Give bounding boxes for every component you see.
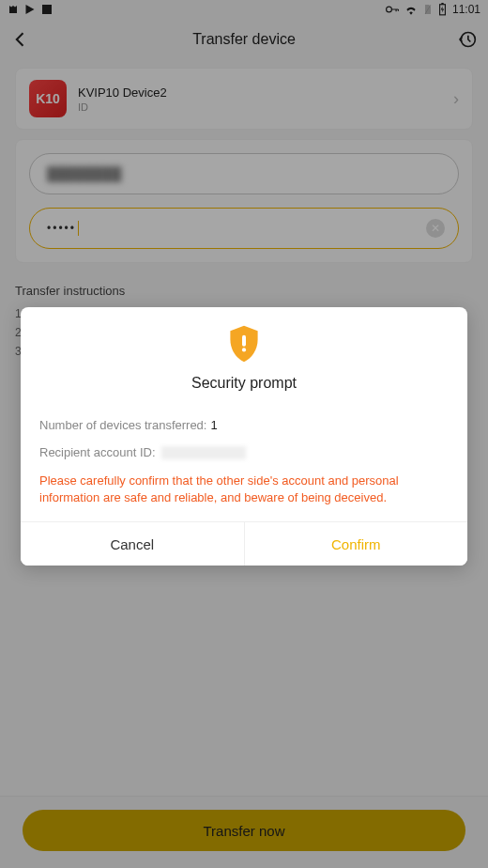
modal-recipient: Recipient account ID: [39,445,449,459]
modal-count-value: 1 [210,418,217,432]
modal-device-count: Number of devices transferred: 1 [39,418,449,432]
modal-count-label: Number of devices transferred: [39,418,206,432]
shield-icon [39,324,449,364]
modal-recipient-value [161,446,246,459]
confirm-button[interactable]: Confirm [245,522,468,566]
cancel-button[interactable]: Cancel [21,522,245,566]
security-prompt-modal: Security prompt Number of devices transf… [21,307,467,566]
modal-title: Security prompt [39,375,449,392]
modal-actions: Cancel Confirm [21,521,467,566]
svg-point-5 [242,348,246,351]
modal-recipient-label: Recipient account ID: [39,445,156,459]
modal-warning-text: Please carefully confirm that the other … [39,473,449,506]
svg-rect-6 [242,335,246,347]
